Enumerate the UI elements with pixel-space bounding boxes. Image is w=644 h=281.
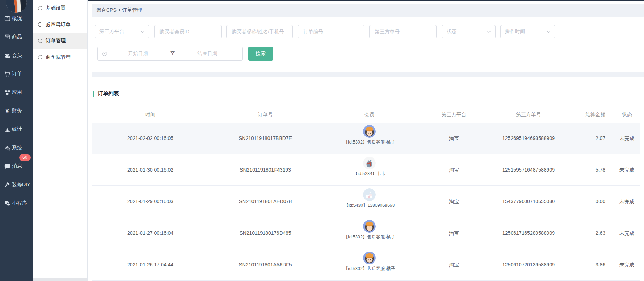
sidebar-item-goods[interactable]: 商品	[0, 28, 33, 46]
cell-member: 【id:5302】售后客服-橘子	[323, 249, 416, 280]
stats-bar-chart-icon	[4, 126, 10, 133]
buyer-field[interactable]	[231, 28, 288, 35]
section-divider	[92, 72, 644, 77]
table-row[interactable]: 2021-01-29 00:16:03 SN2101191801AED078 【…	[92, 186, 640, 217]
sidebar-item-overview[interactable]: 概况	[0, 9, 33, 28]
cell-member: 【id:5430】13809068668	[323, 186, 416, 217]
cell-time: 2021-01-26 17:04:44	[92, 249, 208, 280]
cell-member: 【id:5302】售后客服-橘子	[323, 123, 416, 154]
cell-amount: 5.78	[565, 154, 614, 185]
table-row[interactable]: 2021-01-27 00:16:04 SN210119180176D485 【…	[92, 217, 640, 249]
horizontal-scrollbar[interactable]	[33, 278, 87, 281]
chevron-down-icon	[487, 31, 491, 33]
sidebar-item-stats[interactable]: 统计	[0, 120, 33, 139]
goods-box-icon	[4, 34, 10, 40]
third-no-field[interactable]	[374, 28, 432, 35]
sidebar-item-label: 应用	[12, 89, 22, 96]
col-header-third-no: 第三方单号	[492, 107, 565, 123]
table-row[interactable]: 2021-01-26 17:04:44 SN2101191801AA6DF5 【…	[92, 249, 640, 281]
order-table: 时间 订单号 会员 第三方平台 第三方单号 结算金额 状态 2021-02-02…	[92, 107, 640, 281]
status-select[interactable]: 状态	[442, 25, 496, 38]
member-id-field-wrap	[154, 25, 222, 38]
sidebar-item-label: 统计	[12, 126, 22, 133]
girl-orange-hat-avatar	[363, 220, 376, 233]
main-sidebar: 概况 商品 会员 订单 应用 ¥ 财务	[0, 0, 33, 281]
apps-cubes-icon	[4, 90, 10, 96]
sidebar-item-label: 会员	[12, 52, 22, 59]
sidebar-item-label: 订单	[12, 71, 22, 77]
cell-order-no: SN2101191801AA6DF5	[208, 249, 323, 280]
cell-status: 未完成	[614, 217, 640, 249]
page-title: 订单列表	[98, 90, 119, 97]
title-accent-bar	[93, 91, 94, 97]
breadcrumb: 聚合CPS > 订单管理	[92, 4, 644, 17]
search-button[interactable]: 搜索	[248, 47, 273, 61]
sidebar-item-messages[interactable]: 60 消息	[0, 157, 33, 175]
submenu-item-order-management[interactable]: 订单管理	[33, 33, 87, 49]
member-label: 【id:5284】卡卡	[353, 171, 385, 177]
cell-platform: 淘宝	[416, 186, 492, 217]
cell-order-no: SN2101191801AED078	[208, 186, 323, 217]
miniprogram-wechat-icon	[4, 200, 10, 206]
cell-third-no: 1251595716487588909	[492, 154, 565, 185]
cell-platform: 淘宝	[416, 249, 492, 280]
sidebar-item-finance[interactable]: ¥ 财务	[0, 102, 33, 120]
sidebar-item-miniprogram[interactable]: 小程序	[0, 194, 33, 212]
message-count-badge: 60	[19, 154, 31, 161]
flowers-avatar	[363, 188, 376, 201]
circle-icon	[38, 6, 42, 10]
cell-third-no: 1543779000710555030	[492, 186, 565, 217]
date-start-placeholder: 开始日期	[107, 50, 169, 57]
sidebar-item-label: 消息	[12, 163, 22, 169]
cell-time: 2021-02-02 00:16:05	[92, 123, 208, 154]
orders-cart-icon	[4, 71, 10, 77]
circle-icon	[38, 22, 42, 27]
members-users-icon	[4, 53, 10, 59]
submenu-item-bird-orders[interactable]: 必应鸟订单	[33, 16, 87, 33]
sidebar-item-label: 小程序	[12, 200, 27, 206]
platform-select-placeholder: 第三方平台	[99, 28, 139, 35]
sidebar-item-label: 装修DIY	[12, 182, 30, 188]
table-row[interactable]: 2021-01-30 00:16:02 SN2101191801F43193 【…	[92, 154, 640, 186]
cell-status: 未完成	[614, 154, 640, 185]
cell-time: 2021-01-30 00:16:02	[92, 154, 208, 185]
top-header-strip	[33, 0, 644, 1]
submenu-item-academy[interactable]: 商学院管理	[33, 49, 87, 65]
submenu-item-label: 订单管理	[46, 38, 66, 44]
cell-platform: 淘宝	[416, 217, 492, 249]
cell-order-no: SN21011918017BBD7E	[208, 123, 323, 154]
platform-select[interactable]: 第三方平台	[95, 25, 149, 38]
table-row[interactable]: 2021-02-02 00:16:05 SN21011918017BBD7E 【…	[92, 123, 640, 154]
cell-amount: 2.63	[565, 217, 614, 249]
date-end-placeholder: 结束日期	[177, 50, 238, 57]
girl-orange-hat-avatar	[363, 125, 376, 138]
member-label: 【id:5302】售后客服-橘子	[343, 139, 395, 145]
chevron-down-icon	[547, 31, 551, 33]
member-label: 【id:5430】13809068668	[344, 202, 395, 208]
order-no-field[interactable]	[303, 28, 360, 35]
cell-amount: 3.86	[565, 249, 614, 280]
secondary-sidebar: 基础设置 必应鸟订单 订单管理 商学院管理	[33, 0, 88, 281]
date-range-picker[interactable]: 开始日期 至 结束日期	[97, 47, 243, 61]
cell-status: 未完成	[614, 123, 640, 154]
sidebar-item-apps[interactable]: 应用	[0, 83, 33, 102]
op-time-select[interactable]: 操作时间	[500, 25, 555, 38]
sidebar-item-diy[interactable]: 装修DIY	[0, 175, 33, 194]
sidebar-item-members[interactable]: 会员	[0, 46, 33, 65]
submenu-item-label: 商学院管理	[46, 54, 71, 60]
sidebar-item-label: 商品	[12, 34, 22, 40]
order-list-title: 订单列表	[93, 90, 119, 97]
girl-orange-hat-avatar	[363, 252, 376, 264]
message-chat-icon	[4, 163, 10, 169]
chevron-down-icon	[141, 31, 145, 33]
member-id-field[interactable]	[159, 28, 217, 35]
sidebar-item-label: 财务	[12, 108, 22, 114]
buyer-field-wrap	[226, 25, 293, 38]
cell-time: 2021-01-27 00:16:04	[92, 217, 208, 249]
col-header-order-no: 订单号	[208, 107, 323, 123]
col-header-platform: 第三方平台	[416, 107, 492, 123]
submenu-item-basic-settings[interactable]: 基础设置	[33, 0, 87, 16]
cell-time: 2021-01-29 00:16:03	[92, 186, 208, 217]
sidebar-item-orders[interactable]: 订单	[0, 65, 33, 83]
date-range-separator: 至	[169, 50, 177, 57]
